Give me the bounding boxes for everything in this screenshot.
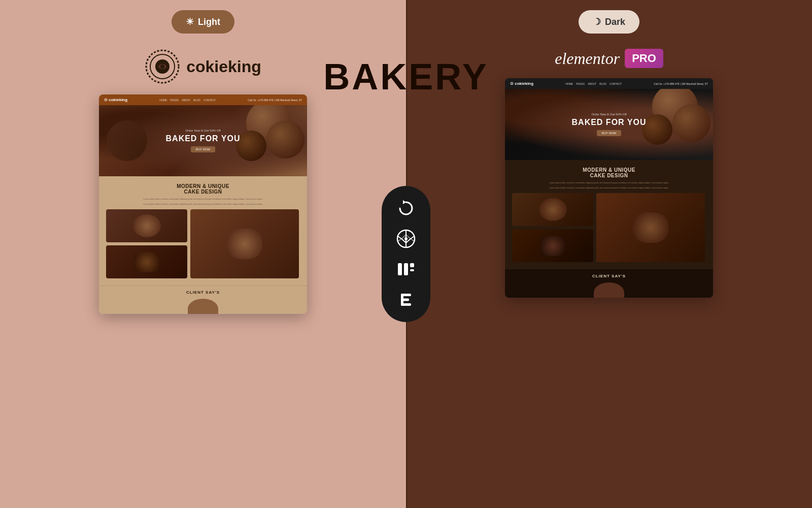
mockup-body-light: MODERN & UNIQUECAKE DESIGN Lorem ipsum d… xyxy=(99,176,307,285)
mockup-hero-dark: Order Now & Get 50% Off BAKED FOR YOU BU… xyxy=(505,89,713,160)
light-toggle-label: Light xyxy=(198,17,220,27)
mockup-client-says-dark: CLIENT SAY'S xyxy=(505,269,713,282)
wordpress-icon[interactable] xyxy=(392,225,420,253)
moon-icon: ☽ xyxy=(593,16,601,27)
sun-icon: ☀ xyxy=(186,16,194,27)
light-mockup: ⊙ cokieking HOME PAGES ABOUT BLOG CONTAC… xyxy=(99,94,307,314)
svg-point-4 xyxy=(160,65,164,69)
svg-rect-13 xyxy=(401,294,411,296)
mockup-hero-btn-dark: BUY NOW xyxy=(597,130,622,136)
mockup-hero-title-dark: BAKED FOR YOU xyxy=(572,118,647,127)
uf-icon[interactable] xyxy=(392,255,420,283)
elementor-e-icon[interactable] xyxy=(392,285,420,314)
dark-mode-toggle[interactable]: ☽ Dark xyxy=(579,10,639,34)
mockup-section-text1-dark: Lorem ipsum dolor sit amet, consectetur … xyxy=(512,181,706,184)
mockup-header-light: ⊙ cokieking HOME PAGES ABOUT BLOG CONTAC… xyxy=(99,94,307,105)
elementor-logo-area: elementor PRO xyxy=(555,49,663,68)
cokieking-logo-icon xyxy=(145,49,180,84)
mockup-logo-small: ⊙ cokieking xyxy=(104,98,127,102)
svg-rect-15 xyxy=(401,303,411,306)
mockup-section-title-dark: MODERN & UNIQUECAKE DESIGN xyxy=(512,167,706,178)
svg-rect-10 xyxy=(410,263,414,267)
left-logo-text: cokieking xyxy=(186,57,261,76)
left-logo-area: cokieking xyxy=(145,49,261,84)
mockup-section-title-light: MODERN & UNIQUECAKE DESIGN xyxy=(106,183,300,195)
mockup-hero-subtitle-dark: Order Now & Get 50% Off xyxy=(572,113,647,116)
mockup-nav-dark: HOME PAGES ABOUT BLOG CONTACT xyxy=(565,82,622,85)
svg-rect-14 xyxy=(401,299,409,301)
mockup-nav: HOME PAGES ABOUT BLOG CONTACT xyxy=(159,99,216,102)
mockup-client-says-light: CLIENT SAY'S xyxy=(99,285,307,299)
elementor-brand-text: elementor xyxy=(555,49,620,68)
bakery-title: BAKERY xyxy=(323,56,488,97)
center-icons-pill xyxy=(382,186,430,322)
mockup-images-light xyxy=(106,209,300,278)
svg-rect-8 xyxy=(398,263,402,275)
mockup-body-dark: MODERN & UNIQUECAKE DESIGN Lorem ipsum d… xyxy=(505,160,713,269)
mockup-hero-subtitle-light: Order Now & Get 50% Off xyxy=(166,129,241,132)
bakery-title-container: BAKERY xyxy=(323,56,488,98)
pro-badge: PRO xyxy=(625,49,663,68)
svg-rect-11 xyxy=(410,269,414,271)
mockup-images-dark xyxy=(512,193,706,262)
dark-mockup: ⊙ cokieking HOME PAGES ABOUT BLOG CONTAC… xyxy=(505,78,713,298)
mockup-logo-dark: ⊙ cokieking xyxy=(510,81,533,86)
mockup-header-dark: ⊙ cokieking HOME PAGES ABOUT BLOG CONTAC… xyxy=(505,78,713,89)
mockup-hero-title-light: BAKED FOR YOU xyxy=(166,134,241,143)
mockup-section-text2-dark: Lorem ipsum dolor sit amet, consectetur … xyxy=(512,186,706,189)
mockup-hero-light: Order Now & Get 50% Off BAKED FOR YOU BU… xyxy=(99,105,307,176)
mockup-hero-btn-light: BUY NOW xyxy=(191,146,216,152)
mockup-section-text1-light: Lorem ipsum dolor sit amet, consectetur … xyxy=(106,198,300,201)
light-mode-toggle[interactable]: ☀ Light xyxy=(172,10,234,34)
mockup-section-text2-light: Lorem ipsum dolor sit amet, consectetur … xyxy=(106,203,300,206)
svg-rect-9 xyxy=(404,263,408,275)
dark-toggle-label: Dark xyxy=(605,17,625,27)
refresh-icon[interactable] xyxy=(392,194,420,223)
